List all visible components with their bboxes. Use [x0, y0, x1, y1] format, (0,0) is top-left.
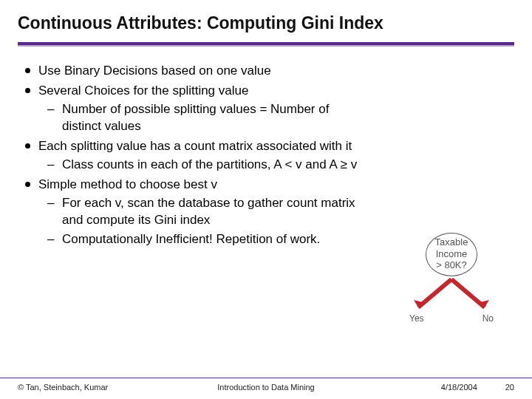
slide: Continuous Attributes: Computing Gini In… — [0, 0, 532, 399]
node-line: > 80K? — [436, 259, 467, 270]
sub-bullet-text: Class counts in each of the partitions, … — [62, 157, 357, 171]
slide-title: Continuous Attributes: Computing Gini In… — [18, 13, 514, 41]
sub-bullet-item: For each v, scan the database to gather … — [38, 195, 365, 229]
slide-body: Use Binary Decisions based on one value … — [18, 45, 514, 251]
bullet-column: Use Binary Decisions based on one value … — [18, 63, 365, 251]
sub-bullet-text: For each v, scan the database to gather … — [62, 196, 355, 227]
sub-bullet-text: Number of possible splitting values = Nu… — [62, 102, 329, 133]
sub-bullet-item: Number of possible splitting values = Nu… — [38, 101, 365, 135]
footer-center: Introduction to Data Mining — [0, 383, 532, 392]
sub-bullet-text: Computationally Inefficient! Repetition … — [62, 232, 320, 246]
branch-yes: Yes — [409, 313, 424, 324]
bullet-list: Use Binary Decisions based on one value … — [18, 63, 365, 248]
bullet-item: Each splitting value has a count matrix … — [18, 138, 365, 174]
node-line: Taxable — [435, 236, 468, 248]
sub-bullet-item: Class counts in each of the partitions, … — [38, 157, 365, 174]
footer: © Tan, Steinbach, Kumar Introduction to … — [0, 378, 532, 392]
sub-bullet-list: Number of possible splitting values = Nu… — [38, 101, 365, 135]
bullet-text: Several Choices for the splitting value — [38, 83, 248, 98]
sub-bullet-item: Computationally Inefficient! Repetition … — [38, 231, 365, 248]
sub-bullet-list: Class counts in each of the partitions, … — [38, 157, 365, 174]
node-line: Income — [436, 248, 468, 259]
bullet-item: Several Choices for the splitting value … — [18, 83, 365, 135]
bullet-text: Simple method to choose best v — [38, 177, 217, 191]
sub-bullet-list: For each v, scan the database to gather … — [38, 195, 365, 249]
figure-column: Taxable Income > 80K? Yes No — [365, 63, 514, 251]
branch-no: No — [482, 313, 494, 324]
bullet-item: Simple method to choose best v For each … — [18, 177, 365, 249]
decision-node: Taxable Income > 80K? Yes No — [396, 233, 507, 324]
bullet-text: Use Binary Decisions based on one value — [38, 64, 271, 78]
bullet-text: Each splitting value has a count matrix … — [38, 139, 352, 153]
decision-oval: Taxable Income > 80K? — [426, 233, 478, 276]
bullet-item: Use Binary Decisions based on one value — [18, 63, 365, 80]
split-arrows — [396, 278, 507, 313]
split-arrow-icon — [396, 278, 507, 313]
branch-labels: Yes No — [396, 313, 507, 324]
